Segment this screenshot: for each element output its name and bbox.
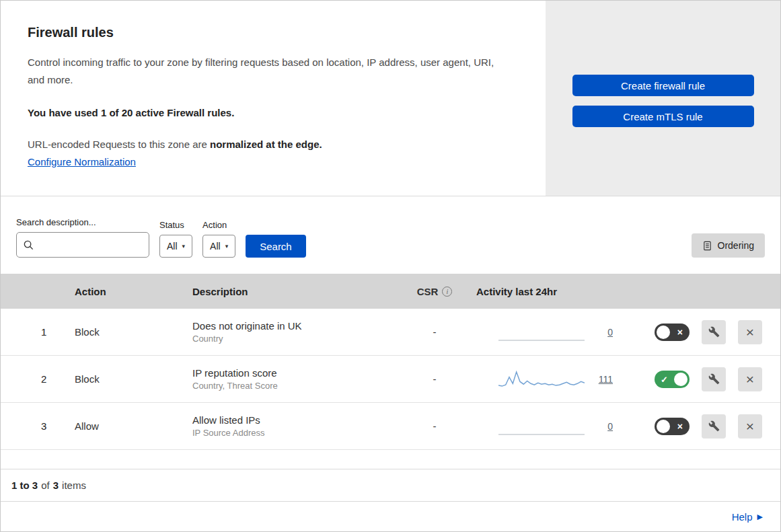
close-icon: ×: [746, 419, 754, 433]
rule-description: IP reputation score Country, Threat Scor…: [186, 367, 401, 391]
configure-normalization-link[interactable]: Configure Normalization: [28, 156, 136, 167]
edit-rule-button[interactable]: [702, 414, 726, 439]
normalization-note: URL-encoded Requests to this zone are no…: [28, 139, 519, 150]
filter-bar: Search description... Status All▾ Action…: [1, 196, 780, 274]
activity-sparkline: [498, 323, 585, 342]
help-bar: Help ▶: [1, 501, 780, 531]
search-box: [16, 232, 149, 258]
table-header-row: Action Description CSR i Activity last 2…: [1, 274, 780, 309]
action-dropdown-value: All: [210, 241, 221, 252]
search-group: Search description...: [16, 217, 149, 258]
normalization-text: URL-encoded Requests to this zone are: [28, 139, 210, 150]
status-dropdown-value: All: [167, 241, 178, 252]
x-icon: ×: [677, 328, 683, 337]
actions-panel: Create firewall rule Create mTLS rule: [546, 1, 780, 196]
chevron-down-icon: ▾: [182, 243, 186, 250]
search-input[interactable]: [38, 239, 143, 250]
rule-enabled-toggle[interactable]: ✓ ×: [655, 371, 690, 388]
rule-enabled-toggle[interactable]: ✓ ×: [655, 324, 690, 341]
items-of: of: [41, 480, 50, 491]
delete-rule-button[interactable]: ×: [738, 414, 762, 439]
activity-sparkline: [498, 417, 585, 436]
wrench-icon: [708, 373, 720, 385]
firewall-rules-page: Firewall rules Control incoming traffic …: [0, 0, 781, 532]
items-total: 3: [53, 480, 59, 491]
edit-rule-button[interactable]: [702, 367, 726, 391]
delete-rule-button[interactable]: ×: [738, 320, 762, 344]
search-label: Search description...: [16, 217, 149, 227]
chevron-down-icon: ▾: [225, 243, 229, 250]
rule-fields: IP Source Address: [192, 428, 401, 438]
status-group: Status All▾: [159, 220, 192, 258]
rule-description-text: Does not originate in UK: [192, 320, 401, 332]
info-icon[interactable]: i: [442, 287, 452, 297]
table-spacer: [1, 450, 780, 469]
rule-fields: Country: [192, 334, 401, 344]
search-icon: [23, 239, 34, 251]
rule-fields: Country, Threat Score: [192, 381, 401, 391]
rule-activity: 0: [468, 323, 633, 342]
activity-count-link[interactable]: 0: [594, 327, 613, 338]
column-header-csr: CSR i: [401, 286, 468, 297]
status-label: Status: [159, 220, 192, 230]
activity-count-link[interactable]: 111: [594, 374, 613, 385]
toggle-knob: [657, 326, 670, 339]
csr-header-label: CSR: [417, 286, 439, 297]
pagination-summary: 1 to 3 of 3 items: [1, 469, 780, 501]
table-row: 3 Allow Allow listed IPs IP Source Addre…: [1, 403, 780, 450]
rule-description: Does not originate in UK Country: [186, 320, 401, 344]
rules-table: Action Description CSR i Activity last 2…: [1, 274, 780, 450]
page-description: Control incoming traffic to your zone by…: [28, 54, 509, 89]
items-label: items: [62, 480, 86, 491]
rule-csr-value: -: [401, 373, 468, 385]
create-mtls-rule-button[interactable]: Create mTLS rule: [572, 106, 754, 127]
rule-csr-value: -: [401, 420, 468, 432]
rule-priority: 2: [1, 373, 68, 385]
items-range: 1 to 3: [11, 480, 38, 491]
ordering-list-icon: [702, 241, 712, 251]
rule-controls: ✓ × ×: [633, 320, 780, 344]
close-icon: ×: [746, 372, 754, 386]
column-header-description: Description: [186, 286, 401, 297]
help-link[interactable]: Help ▶: [732, 511, 763, 523]
rule-action: Block: [68, 373, 186, 385]
column-header-activity: Activity last 24hr: [468, 286, 633, 297]
action-group: Action All▾: [202, 220, 235, 258]
toggle-knob: [674, 373, 687, 386]
toggle-knob: [657, 420, 670, 433]
check-icon: ✓: [661, 375, 668, 383]
table-row: 1 Block Does not originate in UK Country…: [1, 309, 780, 356]
rule-action: Block: [68, 326, 186, 338]
wrench-icon: [708, 326, 720, 338]
x-icon: ×: [677, 422, 683, 431]
action-label: Action: [202, 220, 235, 230]
rule-activity: 0: [468, 417, 633, 436]
rule-description-text: IP reputation score: [192, 367, 401, 379]
rule-controls: ✓ × ×: [633, 367, 780, 391]
table-row: 2 Block IP reputation score Country, Thr…: [1, 356, 780, 403]
page-title: Firewall rules: [28, 25, 519, 40]
column-header-action: Action: [68, 286, 186, 297]
edit-rule-button[interactable]: [702, 320, 726, 344]
rule-description-text: Allow listed IPs: [192, 414, 401, 426]
ordering-button[interactable]: Ordering: [692, 233, 765, 258]
rule-csr-value: -: [401, 326, 468, 338]
activity-count-link[interactable]: 0: [594, 421, 613, 432]
rule-enabled-toggle[interactable]: ✓ ×: [655, 418, 690, 435]
ordering-button-label: Ordering: [718, 240, 754, 251]
status-dropdown[interactable]: All▾: [159, 235, 192, 258]
rule-priority: 1: [1, 326, 68, 338]
page-header: Firewall rules Control incoming traffic …: [1, 1, 780, 196]
rule-controls: ✓ × ×: [633, 414, 780, 439]
rule-description: Allow listed IPs IP Source Address: [186, 414, 401, 438]
create-firewall-rule-button[interactable]: Create firewall rule: [572, 75, 754, 96]
rule-action: Allow: [68, 420, 186, 432]
search-button[interactable]: Search: [246, 235, 306, 258]
arrow-right-icon: ▶: [757, 512, 763, 521]
action-dropdown[interactable]: All▾: [202, 235, 235, 258]
usage-summary: You have used 1 of 20 active Firewall ru…: [28, 107, 519, 118]
help-link-label: Help: [732, 511, 753, 523]
close-icon: ×: [746, 325, 754, 339]
wrench-icon: [708, 420, 720, 432]
delete-rule-button[interactable]: ×: [738, 367, 762, 391]
